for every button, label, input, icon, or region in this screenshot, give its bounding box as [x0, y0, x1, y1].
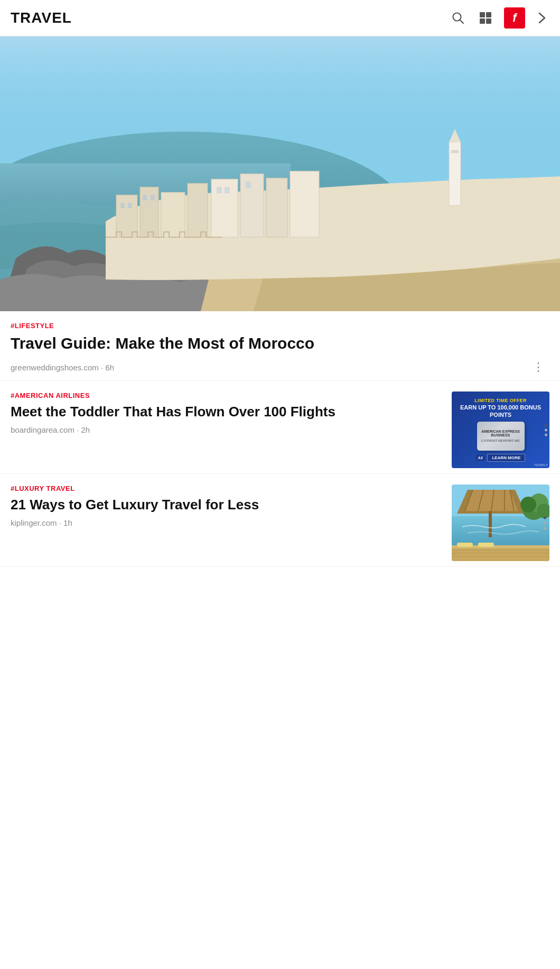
article-source: kiplinger.com · 1h — [11, 518, 72, 527]
amex-logo: AX — [476, 455, 486, 461]
article-source: boardingarea.com · 2h — [11, 425, 90, 434]
svg-rect-15 — [240, 174, 264, 237]
svg-rect-3 — [486, 12, 491, 17]
svg-rect-23 — [143, 195, 147, 200]
page-title: TRAVEL — [11, 10, 72, 26]
app-header: TRAVEL f — [0, 0, 560, 36]
article-content: #LUXURY TRAVEL 21 Ways to Get Luxury Tra… — [11, 484, 443, 527]
svg-rect-12 — [161, 192, 185, 237]
svg-rect-24 — [151, 195, 155, 200]
more-options-button[interactable]: ⋮ — [528, 359, 549, 375]
svg-point-46 — [520, 497, 536, 513]
article-luxury-travel[interactable]: #LUXURY TRAVEL 21 Ways to Get Luxury Tra… — [0, 474, 560, 567]
ad-headline: EARN UP TO 100,000 BONUS POINTS — [457, 404, 544, 418]
svg-rect-27 — [246, 182, 251, 188]
dot-3 — [544, 527, 546, 529]
ad-top-text: LIMITED TIME OFFER — [474, 398, 526, 403]
article-meta: greenweddingshoes.com · 6h ⋮ — [11, 359, 549, 375]
svg-rect-7 — [0, 36, 560, 142]
article-toddler[interactable]: #AMERICAN AIRLINES Meet the Toddler That… — [0, 381, 560, 474]
amex-logo-row: AX LEARN MORE — [476, 454, 526, 462]
luxury-dots-indicator — [544, 516, 546, 529]
grid-icon — [479, 11, 492, 25]
card-line2: BUSINESS — [481, 433, 520, 437]
dot-1 — [544, 516, 546, 519]
luxury-pool-image — [452, 484, 549, 561]
dot-2 — [545, 428, 547, 431]
category-hash: # — [11, 484, 15, 492]
flipboard-button[interactable]: f — [504, 7, 525, 29]
svg-rect-49 — [478, 543, 494, 547]
chevron-right-button[interactable] — [535, 9, 549, 27]
article-category: #AMERICAN AIRLINES — [11, 392, 443, 399]
svg-rect-39 — [452, 547, 549, 561]
svg-rect-22 — [128, 203, 132, 208]
chevron-right-icon — [537, 11, 547, 25]
ad-dots-indicator — [545, 424, 547, 436]
article-thumbnail-luxury[interactable] — [452, 484, 549, 561]
svg-rect-2 — [480, 12, 485, 17]
svg-rect-38 — [489, 511, 492, 537]
card-line1: AMERICAN EXPRESS — [481, 430, 520, 433]
article-category: #LUXURY TRAVEL — [11, 484, 443, 492]
hero-scene-svg — [0, 36, 560, 311]
card-name: C.F.FROST REXPORT INC — [481, 439, 520, 442]
article-thumbnail-ad[interactable]: LIMITED TIME OFFER EARN UP TO 100,000 BO… — [452, 392, 549, 468]
learn-more-btn[interactable]: LEARN MORE — [487, 454, 525, 462]
search-icon — [451, 11, 465, 25]
category-hash: # — [11, 322, 15, 330]
svg-rect-16 — [266, 178, 287, 237]
svg-line-1 — [460, 20, 464, 24]
ad-terms: TERMS A — [534, 463, 548, 467]
article-morocco[interactable]: #LIFESTYLE Travel Guide: Make the Most o… — [0, 311, 560, 381]
hero-image[interactable] — [0, 36, 560, 311]
svg-rect-25 — [217, 187, 222, 193]
article-content: #AMERICAN AIRLINES Meet the Toddler That… — [11, 392, 443, 434]
svg-rect-20 — [451, 150, 459, 153]
flipboard-logo: f — [512, 11, 516, 25]
article-title: Meet the Toddler That Has Flown Over 100… — [11, 404, 443, 420]
dot-2 — [544, 521, 546, 524]
svg-rect-13 — [188, 183, 208, 237]
svg-rect-26 — [225, 187, 230, 193]
search-button[interactable] — [449, 9, 467, 27]
dot-1 — [545, 424, 547, 426]
svg-rect-21 — [120, 203, 125, 208]
svg-rect-10 — [116, 195, 137, 237]
svg-rect-4 — [480, 18, 485, 24]
svg-rect-17 — [290, 171, 319, 237]
category-hash: # — [11, 392, 15, 399]
dot-3 — [545, 433, 547, 436]
grid-view-button[interactable] — [477, 9, 494, 27]
svg-rect-11 — [140, 187, 158, 237]
header-actions: f — [449, 7, 549, 29]
article-title: 21 Ways to Get Luxury Travel for Less — [11, 497, 443, 513]
article-meta: kiplinger.com · 1h — [11, 518, 443, 527]
article-meta: boardingarea.com · 2h — [11, 425, 443, 434]
article-title: Travel Guide: Make the Most of Morocco — [11, 334, 549, 353]
amex-card: AMERICAN EXPRESS BUSINESS C.F.FROST REXP… — [477, 422, 525, 451]
svg-rect-5 — [486, 18, 491, 24]
svg-rect-48 — [457, 543, 473, 547]
article-category: #LIFESTYLE — [11, 322, 549, 330]
article-source: greenweddingshoes.com · 6h — [11, 363, 114, 372]
